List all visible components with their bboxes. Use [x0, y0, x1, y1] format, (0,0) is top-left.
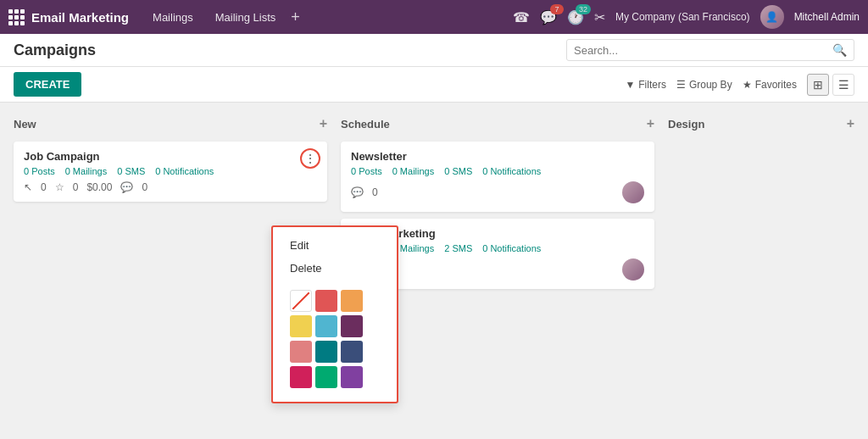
footer-star-val: 0: [73, 181, 79, 193]
kanban-board: New + Job Campaign 0 Posts 0 Mailings 0 …: [0, 103, 868, 439]
footer-star-icon: ☆: [55, 181, 64, 193]
column-design-title: Design: [668, 118, 704, 131]
column-design-add-button[interactable]: +: [847, 116, 854, 131]
search-bar: 🔍: [566, 39, 854, 61]
menu-edit[interactable]: Edit: [280, 234, 390, 257]
filter-icon: ▼: [625, 79, 635, 91]
column-design: Design +: [668, 113, 854, 439]
stat-mailings[interactable]: 0 Mailings: [392, 243, 435, 253]
swatch-teal[interactable]: [315, 341, 337, 363]
kanban-view-button[interactable]: ⊞: [807, 74, 829, 96]
chat-badge: 7: [550, 4, 564, 14]
footer-cursor-val: 0: [41, 181, 47, 193]
grid-icon: [8, 9, 25, 25]
color-swatches: [280, 283, 390, 395]
stat-notifications[interactable]: 0 Notifications: [482, 243, 541, 253]
stat-sms[interactable]: 2 SMS: [444, 243, 472, 253]
phone-icon[interactable]: ☎: [513, 9, 530, 25]
stat-sms[interactable]: 0 SMS: [444, 166, 472, 176]
swatch-red[interactable]: [315, 290, 337, 312]
swatch-purple[interactable]: [341, 366, 363, 388]
stat-notifications[interactable]: 0 Notifications: [155, 166, 214, 176]
card-stats: 0 Posts 0 Mailings 0 SMS 0 Notifications: [24, 166, 317, 176]
company-name: My Company (San Francisco): [615, 11, 750, 23]
avatar: [622, 181, 644, 203]
card-title: Newsletter: [351, 150, 644, 163]
footer-money-val: $0.00: [86, 181, 112, 193]
footer-chat-val: 0: [142, 181, 147, 193]
column-design-header: Design +: [668, 113, 854, 135]
group-by-button[interactable]: ☰ Group By: [676, 79, 732, 91]
footer-cursor-icon: ↖: [24, 181, 32, 193]
user-name: Mitchell Admin: [794, 11, 860, 23]
list-view-button[interactable]: ☰: [832, 74, 854, 96]
toolbar-right: ▼ Filters ☰ Group By ★ Favorites ⊞ ☰: [625, 74, 854, 96]
filters-button[interactable]: ▼ Filters: [625, 79, 666, 91]
column-schedule-add-button[interactable]: +: [647, 116, 654, 131]
stat-posts[interactable]: 0 Posts: [351, 166, 382, 176]
stat-notifications[interactable]: 0 Notifications: [482, 166, 541, 176]
menu-delete[interactable]: Delete: [280, 257, 390, 280]
card-stats: 0 Posts 0 Mailings 0 SMS 0 Notifications: [351, 166, 644, 176]
sub-header: Campaigns 🔍: [0, 34, 868, 67]
swatch-orange[interactable]: [341, 290, 363, 312]
nav-add-icon[interactable]: +: [291, 8, 300, 26]
page-title: Campaigns: [14, 42, 566, 59]
clock-icon[interactable]: 🕐 32: [567, 9, 584, 25]
card-footer: 💬 0: [351, 181, 644, 203]
navbar: Email Marketing Mailings Mailing Lists +…: [0, 0, 868, 34]
swatch-navy[interactable]: [341, 341, 363, 363]
favorites-button[interactable]: ★ Favorites: [743, 79, 797, 91]
column-schedule-title: Schedule: [341, 118, 390, 131]
swatch-yellow[interactable]: [290, 315, 312, 337]
swatch-dark-purple[interactable]: [341, 315, 363, 337]
navbar-right: ☎ 💬 7 🕐 32 ✂ My Company (San Francisco) …: [513, 5, 860, 29]
scissors-icon[interactable]: ✂: [594, 9, 605, 25]
search-icon[interactable]: 🔍: [832, 43, 847, 57]
column-new-header: New +: [14, 113, 327, 135]
card-job-campaign: Job Campaign 0 Posts 0 Mailings 0 SMS 0 …: [14, 142, 327, 202]
swatch-salmon[interactable]: [290, 341, 312, 363]
app-name: Email Marketing: [31, 10, 129, 25]
column-new-title: New: [14, 118, 36, 131]
avatar: [622, 258, 644, 281]
group-icon: ☰: [676, 79, 686, 91]
chat-icon[interactable]: 💬 7: [540, 9, 557, 25]
stat-posts[interactable]: 0 Posts: [24, 166, 55, 176]
app-brand[interactable]: Email Marketing: [8, 9, 129, 25]
card-newsletter: Newsletter 0 Posts 0 Mailings 0 SMS 0 No…: [341, 142, 654, 212]
search-input[interactable]: [574, 44, 829, 57]
clock-badge: 32: [576, 4, 591, 14]
column-new-add-button[interactable]: +: [320, 116, 327, 131]
star-icon: ★: [743, 79, 752, 91]
nav-mailing-lists[interactable]: Mailing Lists: [209, 11, 283, 24]
footer-chat-icon: 💬: [120, 181, 133, 193]
footer-chat-val: 0: [372, 186, 378, 198]
card-title: Job Campaign: [24, 150, 317, 163]
avatar[interactable]: 👤: [760, 5, 784, 29]
footer-chat-icon: 💬: [351, 186, 364, 198]
card-options-button[interactable]: ⋮: [300, 148, 320, 169]
create-button[interactable]: CREATE: [14, 72, 81, 97]
context-menu: Edit Delete: [271, 225, 398, 403]
stat-mailings[interactable]: 0 Mailings: [65, 166, 108, 176]
swatch-cyan[interactable]: [315, 315, 337, 337]
toolbar: CREATE ▼ Filters ☰ Group By ★ Favorites …: [0, 67, 868, 103]
swatch-green[interactable]: [315, 366, 337, 388]
nav-mailings[interactable]: Mailings: [146, 11, 200, 24]
view-toggle: ⊞ ☰: [807, 74, 854, 96]
column-schedule-header: Schedule +: [341, 113, 654, 135]
swatch-pink[interactable]: [290, 366, 312, 388]
swatch-no-color[interactable]: [290, 290, 312, 312]
stat-mailings[interactable]: 0 Mailings: [392, 166, 435, 176]
stat-sms[interactable]: 0 SMS: [117, 166, 145, 176]
card-footer: ↖ 0 ☆ 0 $0.00 💬 0: [24, 181, 317, 193]
